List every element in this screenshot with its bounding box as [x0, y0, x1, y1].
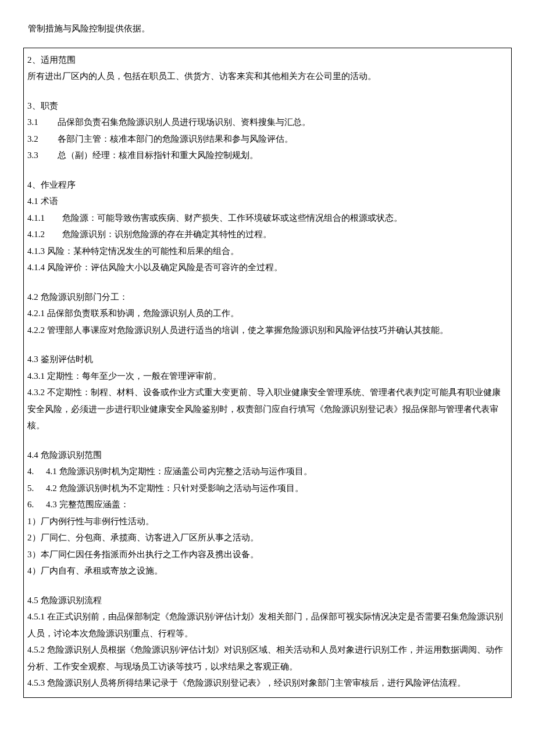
item-4-4-sub-3: 3）本厂同仁因任务指派而外出执行之工作内容及携出设备。 [27, 546, 508, 563]
section-4-1-title: 4.1 术语 [27, 193, 508, 210]
item-text: 各部门主管：核准本部门的危险源识别结果和参与风险评估。 [58, 131, 293, 148]
item-4-3-1: 4.3.1 定期性：每年至少一次，一般在管理评审前。 [27, 368, 508, 385]
item-text: 4.2 危险源识别时机为不定期性：只针对受影响之活动与运作项目。 [46, 480, 304, 497]
item-number: 3.3 [27, 147, 58, 164]
item-4-5-2: 4.5.2 危险源识别人员根据《危险源识别/评估计划》对识别区域、相关活动和人员… [27, 642, 508, 675]
item-4-4-sub-4: 4）厂内自有、承租或寄放之设施。 [27, 562, 508, 579]
item-4-1-1: 4.1.1 危险源：可能导致伤害或疾病、财产损失、工作环境破坏或这些情况组合的根… [27, 210, 508, 227]
section-4-4-title: 4.4 危险源识别范围 [27, 447, 508, 464]
item-4-4-3: 6. 4.3 完整范围应涵盖： [27, 496, 508, 513]
item-3-2: 3.2 各部门主管：核准本部门的危险源识别结果和参与风险评估。 [27, 131, 508, 148]
item-4-4-sub-2: 2）厂同仁、分包商、承揽商、访客进入厂区所从事之活动。 [27, 529, 508, 546]
item-3-1: 3.1 品保部负责召集危险源识别人员进行现场识别、资料搜集与汇总。 [27, 114, 508, 131]
item-text: 总（副）经理：核准目标指针和重大风险控制规划。 [58, 147, 258, 164]
item-4-1-3: 4.1.3 风险：某种特定情况发生的可能性和后果的组合。 [27, 243, 508, 260]
item-number: 3.2 [27, 131, 58, 148]
item-number: 4.1.2 [27, 226, 62, 243]
item-4-2-1: 4.2.1 品保部负责联系和协调，危险源识别人员的工作。 [27, 305, 508, 322]
section-4-3-title: 4.3 鉴别评估时机 [27, 351, 508, 368]
item-number: 4.1.1 [27, 210, 62, 227]
item-4-1-2: 4.1.2 危险源识别：识别危险源的存在并确定其特性的过程。 [27, 226, 508, 243]
item-3-3: 3.3 总（副）经理：核准目标指针和重大风险控制规划。 [27, 147, 508, 164]
ol-number: 4. [27, 463, 46, 480]
section-4-2-title: 4.2 危险源识别部门分工： [27, 289, 508, 306]
intro-text: 管制措施与风险控制提供依据。 [28, 24, 150, 33]
item-text: 危险源：可能导致伤害或疾病、财产损失、工作环境破坏或这些情况组合的根源或状态。 [62, 210, 402, 227]
item-text: 危险源识别：识别危险源的存在并确定其特性的过程。 [62, 226, 272, 243]
item-4-4-2: 5. 4.2 危险源识别时机为不定期性：只针对受影响之活动与运作项目。 [27, 480, 508, 497]
item-4-1-4: 4.1.4 风险评价：评估风险大小以及确定风险是否可容许的全过程。 [27, 259, 508, 276]
document-body: 2、适用范围 所有进出厂区内的人员，包括在职员工、供货方、访客来宾和其他相关方在… [23, 48, 512, 698]
item-4-2-2: 4.2.2 管理部人事课应对危险源识别人员进行适当的培训，使之掌握危险源识别和风… [27, 322, 508, 339]
item-number: 3.1 [27, 114, 58, 131]
item-text: 4.3 完整范围应涵盖： [46, 496, 129, 513]
section-4-title: 4、作业程序 [27, 177, 508, 194]
item-4-3-2: 4.3.2 不定期性：制程、材料、设备或作业方式重大变更前、导入职业健康安全管理… [27, 384, 508, 434]
intro-fragment: 管制措施与风险控制提供依据。 [0, 0, 535, 48]
section-3-title: 3、职责 [27, 98, 508, 114]
item-text: 4.1 危险源识别时机为定期性：应涵盖公司内完整之活动与运作项目。 [46, 463, 312, 480]
item-4-4-1: 4. 4.1 危险源识别时机为定期性：应涵盖公司内完整之活动与运作项目。 [27, 463, 508, 480]
ol-number: 6. [27, 496, 46, 513]
ol-number: 5. [27, 480, 46, 497]
section-4-5-title: 4.5 危险源识别流程 [27, 592, 508, 609]
section-2-body: 所有进出厂区内的人员，包括在职员工、供货方、访客来宾和其他相关方在公司里的活动。 [27, 68, 508, 85]
item-4-4-sub-1: 1）厂内例行性与非例行性活动。 [27, 513, 508, 530]
item-4-5-3: 4.5.3 危险源识别人员将所得结果记录于《危险源识别登记表》，经识别对象部门主… [27, 675, 508, 691]
item-text: 品保部负责召集危险源识别人员进行现场识别、资料搜集与汇总。 [58, 114, 311, 131]
section-2-title: 2、适用范围 [27, 52, 508, 69]
item-4-5-1: 4.5.1 在正式识别前，由品保部制定《危险源识别/评估计划》发相关部门，品保部… [27, 608, 508, 642]
